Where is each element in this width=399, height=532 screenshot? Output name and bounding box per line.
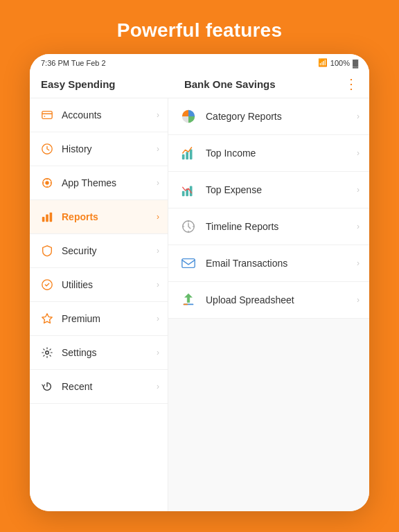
report-item-timeline-reports[interactable]: Timeline Reports › [168, 209, 369, 245]
top-income-chevron: › [357, 148, 360, 158]
sidebar-item-security[interactable]: Security › [30, 234, 168, 268]
sidebar-item-settings[interactable]: Settings › [30, 336, 168, 370]
utilities-icon [39, 277, 55, 292]
security-chevron: › [157, 246, 159, 256]
category-reports-icon [179, 107, 197, 125]
wifi-icon: 📶 [318, 58, 328, 67]
status-time: 7:36 PM Tue Feb 2 [41, 59, 106, 67]
svg-point-4 [45, 181, 48, 184]
svg-rect-20 [182, 259, 195, 268]
top-income-icon [179, 144, 197, 162]
svg-rect-9 [42, 217, 45, 222]
svg-rect-11 [50, 213, 53, 222]
sidebar-item-recent[interactable]: Recent › [30, 370, 168, 404]
themes-label: App Themes [62, 177, 157, 188]
reports-icon [39, 209, 55, 224]
settings-label: Settings [62, 347, 157, 358]
reports-label: Reports [62, 211, 157, 222]
right-menu: Category Reports › Top Income › [168, 98, 369, 511]
email-transactions-chevron: › [357, 258, 360, 268]
reports-chevron: › [157, 212, 159, 222]
device-frame: 7:36 PM Tue Feb 2 📶 100% ▓ Easy Spending… [30, 54, 369, 511]
category-reports-chevron: › [357, 112, 360, 121]
sidebar-item-app-themes[interactable]: App Themes › [30, 166, 168, 200]
report-item-email-transactions[interactable]: Email Transactions › [168, 245, 369, 282]
svg-rect-0 [42, 112, 52, 119]
report-item-upload-spreadsheet[interactable]: Upload Spreadsheet › [168, 282, 369, 319]
svg-rect-22 [184, 304, 188, 305]
email-transactions-icon [179, 254, 197, 272]
recent-label: Recent [62, 381, 157, 392]
more-button[interactable]: ⋮ [344, 76, 358, 92]
svg-rect-16 [182, 191, 185, 196]
report-item-category-reports[interactable]: Category Reports › [168, 98, 369, 135]
sidebar-item-utilities[interactable]: Utilities › [30, 268, 168, 302]
utilities-label: Utilities [62, 279, 157, 290]
recent-chevron: › [157, 382, 159, 391]
themes-icon [39, 175, 55, 190]
sidebar-item-history[interactable]: History › [30, 132, 168, 166]
svg-rect-13 [182, 154, 185, 159]
content-area: Accounts › History › [30, 98, 369, 511]
top-expense-label: Top Expense [206, 184, 357, 195]
top-expense-icon [179, 181, 197, 199]
svg-rect-14 [186, 152, 188, 159]
page-title: Powerful features [117, 19, 282, 42]
svg-point-1 [44, 116, 46, 117]
accounts-label: Accounts [62, 109, 157, 121]
upload-spreadsheet-label: Upload Spreadsheet [206, 294, 357, 305]
status-right: 📶 100% ▓ [318, 58, 358, 67]
email-transactions-label: Email Transactions [206, 258, 357, 269]
recent-icon [39, 379, 55, 394]
premium-icon [39, 311, 55, 326]
security-label: Security [62, 245, 157, 256]
premium-label: Premium [62, 313, 157, 324]
upload-spreadsheet-chevron: › [357, 295, 360, 305]
top-income-label: Top Income [206, 148, 357, 159]
premium-chevron: › [157, 314, 159, 323]
svg-rect-10 [46, 214, 48, 222]
timeline-reports-label: Timeline Reports [206, 221, 357, 232]
history-label: History [62, 143, 157, 154]
sidebar-item-accounts[interactable]: Accounts › [30, 98, 168, 132]
timeline-reports-chevron: › [357, 222, 360, 231]
settings-chevron: › [157, 348, 159, 357]
security-icon [39, 243, 55, 258]
history-chevron: › [157, 144, 159, 154]
sidebar-item-reports[interactable]: Reports › [30, 200, 168, 234]
history-icon [39, 141, 55, 157]
report-item-top-expense[interactable]: Top Expense › [168, 172, 369, 209]
category-reports-label: Category Reports [206, 111, 357, 122]
report-item-top-income[interactable]: Top Income › [168, 135, 369, 172]
utilities-chevron: › [157, 280, 159, 290]
status-bar: 7:36 PM Tue Feb 2 📶 100% ▓ [30, 54, 369, 70]
accounts-icon [39, 107, 55, 123]
battery-icon: ▓ [353, 59, 358, 67]
nav-left-title: Easy Spending [41, 78, 116, 90]
accounts-chevron: › [157, 110, 159, 120]
battery-label: 100% [330, 59, 350, 67]
top-expense-chevron: › [357, 185, 360, 195]
sidebar-item-premium[interactable]: Premium › [30, 302, 168, 336]
nav-center-title: Bank One Savings [184, 78, 276, 90]
svg-rect-15 [190, 150, 193, 160]
svg-point-12 [46, 351, 49, 355]
timeline-reports-icon [179, 218, 197, 236]
left-menu: Accounts › History › [30, 98, 168, 511]
nav-bar: Easy Spending Bank One Savings ⋮ [30, 70, 369, 98]
settings-icon [39, 345, 55, 360]
upload-spreadsheet-icon [179, 291, 197, 309]
themes-chevron: › [157, 178, 159, 188]
